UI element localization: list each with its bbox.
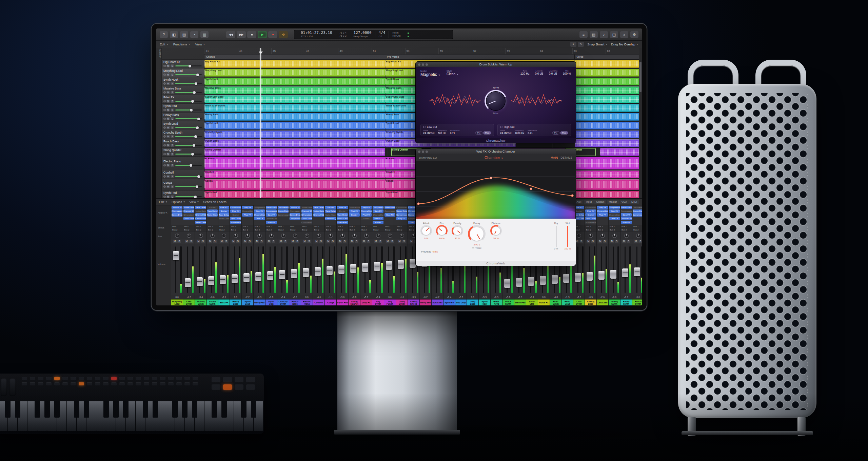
strip-name[interactable]: Synth Lead bbox=[242, 299, 253, 305]
record-enable-button[interactable] bbox=[163, 164, 166, 166]
send-slot[interactable]: Bus 1 bbox=[325, 225, 336, 228]
strip-solo-button[interactable]: S bbox=[260, 240, 263, 243]
insert-slot[interactable]: Channel EQ bbox=[195, 213, 206, 217]
smart-controls-icon[interactable]: ◔ bbox=[190, 31, 198, 38]
play-button[interactable]: ▶ bbox=[258, 31, 267, 38]
insert-slot[interactable]: Phat FX bbox=[266, 221, 277, 224]
volume-knob[interactable] bbox=[191, 100, 194, 103]
strip-name[interactable]: Filter Synth bbox=[550, 299, 561, 305]
strip-mute-button[interactable]: M bbox=[610, 240, 614, 243]
strip-mute-button[interactable]: M bbox=[243, 240, 247, 243]
pan-knob[interactable] bbox=[388, 234, 392, 238]
details-tab[interactable]: DETAILS bbox=[560, 156, 572, 159]
strip-solo-button[interactable]: S bbox=[319, 240, 323, 243]
mute-button[interactable]: M bbox=[166, 73, 170, 76]
strip-name[interactable]: Analog Sweep bbox=[408, 299, 419, 305]
mixer-filter-master[interactable]: Master bbox=[607, 200, 619, 204]
pan-knob[interactable] bbox=[589, 234, 593, 238]
pan-knob[interactable] bbox=[340, 234, 345, 238]
channel-fader[interactable] bbox=[325, 244, 336, 295]
send-slot[interactable]: Bus 1 bbox=[372, 225, 384, 228]
strip-name[interactable]: Bassy Synth bbox=[620, 299, 632, 305]
channel-strip[interactable]: ChromaVerbStereo DelayCompressorBus 1Bus… bbox=[277, 205, 289, 305]
insert-slot[interactable]: Channel EQ bbox=[301, 209, 312, 213]
chromaglow-window[interactable]: Drum Subkits: Warm Up Model Magnetic ▼ S… bbox=[416, 62, 576, 143]
insert-slot[interactable]: Exciter bbox=[230, 213, 241, 217]
insert-slot[interactable]: Phat FX bbox=[373, 217, 383, 220]
insert-slot[interactable]: Step FX bbox=[361, 206, 372, 209]
insert-slot[interactable]: ChromaVerb bbox=[183, 213, 194, 217]
send-slot[interactable]: Bus 2 bbox=[171, 228, 183, 232]
insert-slot[interactable]: Step FX bbox=[242, 206, 253, 209]
mute-button[interactable]: M bbox=[166, 126, 170, 129]
insert-slot[interactable]: Phat FX bbox=[597, 213, 608, 217]
insert-slot[interactable]: Step FX bbox=[266, 213, 277, 217]
channel-strip[interactable]: Noise GateChannel EQChromaVerbStereo Del… bbox=[183, 205, 195, 305]
fader-cap[interactable] bbox=[587, 272, 593, 281]
pan-knob[interactable] bbox=[175, 234, 179, 238]
send-slot[interactable]: Bus 2 bbox=[254, 228, 265, 232]
channel-fader[interactable] bbox=[254, 244, 265, 295]
fader-cap[interactable] bbox=[197, 277, 203, 286]
insert-slot[interactable]: Exciter bbox=[585, 213, 596, 217]
decay-knob[interactable]: Decay 3.90 s Freeze bbox=[468, 222, 486, 249]
strip-name[interactable]: Electric Piano bbox=[301, 299, 313, 305]
wet-slider[interactable]: Wet 100 % bbox=[564, 222, 571, 250]
solo-button[interactable]: S bbox=[171, 91, 174, 94]
region[interactable] bbox=[575, 86, 639, 94]
strip-name[interactable]: Wavy Pad bbox=[254, 299, 265, 305]
room-type-selector[interactable]: Chamber ▼ bbox=[485, 156, 503, 160]
rewind-button[interactable]: ◀◀ bbox=[226, 31, 235, 38]
send-slot[interactable]: Bus 1 bbox=[195, 225, 206, 228]
channel-fader[interactable] bbox=[396, 244, 408, 295]
pan-knob[interactable] bbox=[199, 234, 203, 238]
record-enable-button[interactable] bbox=[163, 82, 166, 85]
send-slot[interactable]: Bus 1 bbox=[242, 225, 253, 228]
insert-slot[interactable]: Exciter bbox=[373, 221, 383, 224]
strip-solo-button[interactable]: S bbox=[213, 240, 217, 243]
channel-fader[interactable] bbox=[218, 244, 230, 295]
dry-slider[interactable]: Dry 0 % bbox=[554, 222, 558, 250]
insert-slot[interactable]: Stereo Delay bbox=[278, 209, 289, 213]
fader-cap[interactable] bbox=[303, 268, 309, 277]
insert-slot[interactable]: Phat FX bbox=[219, 206, 229, 209]
bar-ruler[interactable]: 41434547495153555759616365 bbox=[204, 48, 639, 54]
send-slot[interactable]: Bus 2 bbox=[183, 228, 195, 232]
region[interactable]: Wubs & Scorches bbox=[204, 104, 385, 112]
strip-name[interactable]: String Quartet bbox=[349, 299, 360, 305]
insert-slot[interactable]: Compressor bbox=[396, 213, 407, 217]
knob-dial[interactable] bbox=[436, 225, 448, 237]
strip-solo-button[interactable]: S bbox=[355, 240, 358, 243]
strip-name[interactable]: Bass FX bbox=[218, 299, 230, 305]
strip-solo-button[interactable]: S bbox=[295, 240, 299, 243]
density-knob[interactable]: Density32 % bbox=[452, 222, 463, 240]
volume-knob[interactable] bbox=[196, 185, 198, 188]
mini-param-mix[interactable]: Mix100 % bbox=[563, 70, 571, 75]
insert-slot[interactable]: Compressor bbox=[301, 221, 312, 224]
strip-solo-button[interactable]: S bbox=[638, 240, 642, 243]
fader-cap[interactable] bbox=[386, 261, 392, 270]
fader-cap[interactable] bbox=[398, 260, 404, 269]
insert-slot[interactable]: Noise Gate bbox=[230, 221, 241, 224]
playhead[interactable] bbox=[260, 48, 261, 198]
channel-fader[interactable] bbox=[349, 244, 360, 295]
pan-knob[interactable] bbox=[624, 234, 629, 238]
insert-slot[interactable]: Compressor bbox=[384, 209, 395, 213]
channel-fader[interactable] bbox=[277, 244, 289, 295]
strip-name[interactable]: Pluck Synth bbox=[502, 299, 514, 305]
strip-solo-button[interactable]: S bbox=[402, 240, 406, 243]
region[interactable]: Punch Bass bbox=[204, 139, 385, 147]
insert-slot[interactable]: Exciter bbox=[207, 206, 218, 209]
channel-fader[interactable] bbox=[609, 244, 620, 295]
strip-name[interactable]: Tiny Punch bbox=[384, 299, 396, 305]
chromaglow-titlebar[interactable]: Drum Subkits: Warm Up bbox=[416, 62, 576, 67]
insert-slot[interactable]: Step FX bbox=[396, 217, 407, 220]
region[interactable] bbox=[575, 179, 639, 190]
strip-solo-button[interactable]: S bbox=[189, 240, 193, 243]
insert-slot[interactable]: Compressor bbox=[633, 213, 642, 217]
solo-button[interactable]: S bbox=[171, 164, 174, 167]
insert-slot[interactable]: ChromaVerb bbox=[278, 206, 289, 209]
region[interactable] bbox=[575, 104, 639, 112]
track-volume-slider[interactable] bbox=[175, 118, 202, 119]
mixer-menu-options[interactable]: Options▼ bbox=[172, 200, 185, 204]
